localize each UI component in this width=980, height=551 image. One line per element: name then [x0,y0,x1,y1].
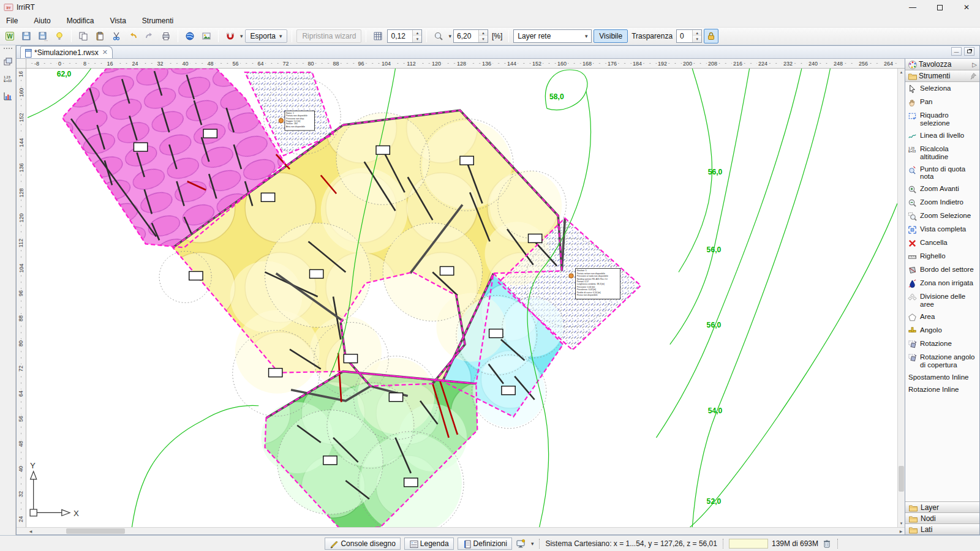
trasparenza-spinner[interactable]: 0 ▲▼ [676,29,702,43]
horizontal-scrollbar[interactable]: ◀ ▶ [17,527,905,534]
mdi-restore-button[interactable] [964,47,974,56]
scroll-left-icon[interactable]: ◀ [27,528,34,534]
pin-icon[interactable] [970,72,977,80]
scroll-right-icon[interactable]: ▶ [897,528,905,534]
node-marker[interactable] [389,393,402,402]
esporta-button[interactable]: Esporta▾ [245,29,288,43]
cascade-windows-button[interactable] [2,56,14,68]
menu-strumenti[interactable]: Strumenti [142,17,173,25]
menu-file[interactable]: File [6,17,18,25]
group-bar-nodi[interactable]: Nodi [905,512,979,523]
strumenti-group-header[interactable]: Strumenti [905,70,979,82]
image-export-button[interactable] [199,29,214,43]
legenda-button[interactable]: Legenda [404,538,454,550]
zoom-tool-caret[interactable]: ▾ [448,33,451,39]
visibile-toggle[interactable]: Visibile [594,29,628,43]
tool-area[interactable]: Area [908,313,978,322]
scroll-up-icon[interactable]: ▲ [898,69,905,76]
tool-angolo[interactable]: Angolo [908,326,978,335]
tab-simulazione1[interactable]: *Simulazione1.rwsx ✕ [20,46,113,58]
layer-select[interactable]: Layer rete ▾ [513,29,592,43]
print-button[interactable] [159,29,173,43]
save-button[interactable] [19,29,34,43]
snap-magnet-button[interactable] [223,29,238,43]
tool-punto-di-quota-nota[interactable]: Punto di quota nota [908,165,978,181]
vertical-scrollbar[interactable]: ▲ ▼ [897,69,905,527]
tool-spostamento-inline[interactable]: Spostamento Inline [908,373,978,381]
node-marker[interactable] [529,234,542,242]
node-marker[interactable] [134,143,147,151]
tool-ricalcola-altitudine[interactable]: 1,23E+03Ricalcola altitudine [908,145,978,161]
minimize-button[interactable]: — [899,0,926,15]
group-bar-layer[interactable]: Layer [905,501,979,512]
node-marker[interactable] [203,129,217,138]
node-marker[interactable] [502,386,515,395]
lock-button[interactable] [704,29,718,43]
menu-aiuto[interactable]: Aiuto [34,17,50,25]
node-marker[interactable] [489,329,503,338]
tool-linea-di-livello[interactable]: Linea di livello [908,132,978,141]
tool-zoom-selezione[interactable]: Zoom Selezione [908,212,978,221]
tool-rotazione-angolo-di-copertura[interactable]: Rotazione angolo di copertura [908,353,978,369]
redo-button[interactable] [142,29,157,43]
tool-divisione-delle-aree[interactable]: Divisione delle aree [908,293,978,309]
trash-icon[interactable] [822,539,832,549]
mdi-minimize-button[interactable]: — [951,47,962,56]
tool-riquadro-selezione[interactable]: Riquadro selezione [908,111,978,127]
node-marker[interactable] [460,156,473,165]
tool-zoom-avanti[interactable]: Zoom Avanti [908,185,978,194]
tool-pan[interactable]: Pan [908,98,978,107]
node-marker[interactable] [269,369,282,377]
hscroll-thumb[interactable] [66,528,125,534]
recalc-altitude-view-button[interactable]: 1,23E+03 [2,73,14,85]
save-as-button[interactable]: … [36,29,50,43]
menu-modifica[interactable]: Modifica [67,17,94,25]
monitor-icon[interactable] [516,539,527,549]
paste-button[interactable] [92,29,107,43]
copy-button[interactable] [76,29,91,43]
node-marker[interactable] [404,478,418,487]
snap-step-spinner[interactable]: 0,12 ▲▼ [387,29,422,43]
palette-header[interactable]: Tavolozza ▷ [905,59,979,70]
tool-seleziona[interactable]: Seleziona [908,84,978,94]
chart-view-button[interactable] [2,90,14,102]
zoom-tool-button[interactable] [431,29,446,43]
snap-magnet-caret[interactable]: ▾ [240,33,243,39]
sprinkler-mark[interactable] [569,274,573,278]
hint-bulb-button[interactable] [52,29,67,43]
node-marker[interactable] [440,266,454,275]
tool-zoom-indietro[interactable]: Zoom Indietro [908,198,978,208]
google-earth-button[interactable] [183,29,197,43]
grid-snap-icon[interactable] [371,29,385,43]
tool-zona-non-irrigata[interactable]: Zona non irrigata [908,279,978,288]
cut-button[interactable] [109,29,124,43]
tool-righello[interactable]: Righello [908,252,978,261]
tool-vista-completa[interactable]: Vista completa [908,225,978,234]
close-button[interactable]: ✕ [953,0,980,15]
wizard-button[interactable]: W [2,29,17,43]
zoom-level-spinner[interactable]: 6,20 ▲▼ [453,29,488,43]
node-marker[interactable] [261,193,274,201]
monitor-caret[interactable]: ▾ [531,541,534,547]
node-marker[interactable] [310,269,323,278]
drag-grip[interactable] [4,48,12,51]
node-marker[interactable] [344,354,357,363]
tool-rotazione[interactable]: Rotazione [908,340,978,349]
tool-rotazione-inline[interactable]: Rotazione Inline [908,386,978,394]
tab-close-icon[interactable]: ✕ [102,48,108,56]
node-marker[interactable] [323,456,337,465]
menu-vista[interactable]: Vista [110,17,126,25]
tool-bordo-del-settore[interactable]: Bordo del settore [908,266,978,275]
scroll-down-icon[interactable]: ▼ [898,520,905,527]
chevron-down-icon[interactable]: ▾ [581,30,591,42]
group-bar-lati[interactable]: Lati [905,523,979,534]
chevron-right-icon[interactable]: ▷ [972,61,977,68]
node-marker[interactable] [189,271,203,280]
tool-cancella[interactable]: Cancella [908,239,978,248]
vscroll-thumb[interactable] [899,466,904,492]
maximize-button[interactable] [926,0,953,15]
drawing-canvas[interactable]: 62,058,056,056,056,054,052,0 Nome: 1Port… [26,69,897,527]
sprinkler-mark[interactable] [279,119,283,123]
definizioni-button[interactable]: Definizioni [458,538,512,550]
console-disegno-button[interactable]: Console disegno [325,538,400,550]
